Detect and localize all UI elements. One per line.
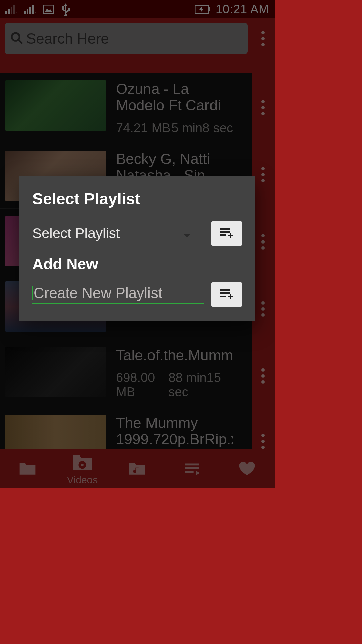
dropdown-label: Select Playlist — [32, 225, 120, 241]
add-to-playlist-button[interactable] — [211, 221, 242, 246]
playlist-dropdown[interactable]: Select Playlist — [32, 221, 204, 246]
dialog-title: Select Playlist — [19, 190, 255, 218]
new-playlist-input[interactable]: Create New Playlist — [32, 285, 204, 304]
chevron-down-icon — [183, 225, 191, 241]
text-cursor — [32, 286, 33, 300]
svg-marker-23 — [184, 234, 190, 237]
playlist-add-icon — [219, 288, 234, 301]
create-playlist-button[interactable] — [211, 282, 242, 307]
add-new-label: Add New — [19, 246, 255, 279]
input-placeholder: Create New Playlist — [32, 285, 204, 302]
select-playlist-dialog: Select Playlist Select Playlist Add New … — [19, 176, 255, 321]
playlist-add-icon — [219, 227, 234, 240]
